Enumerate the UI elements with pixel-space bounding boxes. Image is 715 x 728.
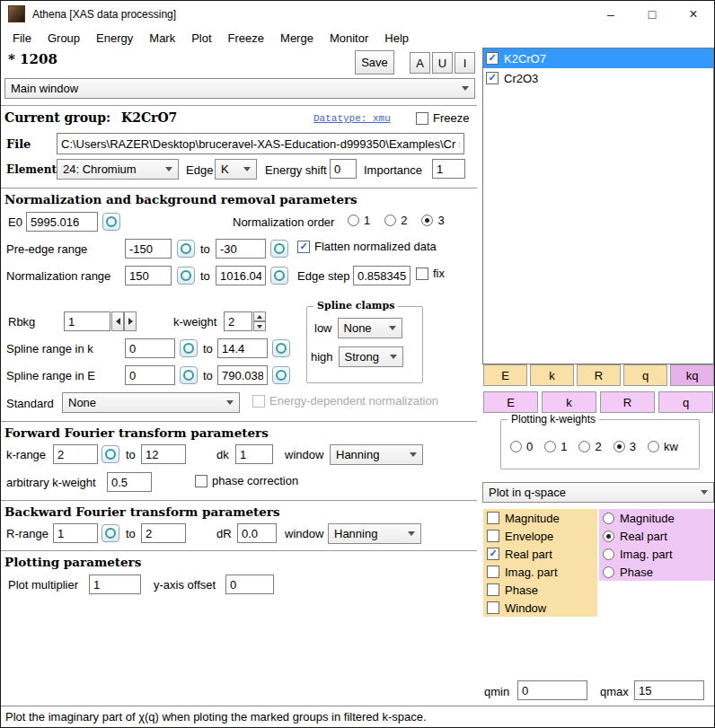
option-phase-radio[interactable]: Phase bbox=[599, 563, 714, 581]
plot-e-marked-button[interactable]: E bbox=[483, 364, 527, 386]
plot-r-current-button[interactable]: R bbox=[600, 391, 655, 413]
plot-k-current-button[interactable]: k bbox=[542, 391, 596, 413]
freeze-checkbox[interactable]: Freeze bbox=[416, 111, 469, 125]
k-range-to-input[interactable] bbox=[141, 444, 186, 464]
plot-k-marked-button[interactable]: k bbox=[530, 364, 574, 386]
spin-right-button[interactable] bbox=[124, 311, 137, 331]
checkbox-checked-icon[interactable] bbox=[486, 52, 499, 65]
group-list-item[interactable]: Cr2O3 bbox=[483, 68, 713, 88]
edge-step-input[interactable] bbox=[353, 266, 410, 285]
qmax-input[interactable] bbox=[634, 680, 704, 700]
plot-r-marked-button[interactable]: R bbox=[577, 364, 621, 386]
minimize-icon[interactable]: – bbox=[590, 1, 631, 27]
plot-kq-marked-button[interactable]: kq bbox=[670, 364, 714, 386]
norm-order-3[interactable]: 3 bbox=[421, 214, 444, 227]
spline-k-from-input[interactable] bbox=[125, 338, 175, 358]
menu-energy[interactable]: Energy bbox=[88, 28, 141, 48]
checkbox-checked-icon[interactable] bbox=[486, 72, 499, 84]
option-magnitude-checkbox[interactable]: Magnitude bbox=[483, 509, 597, 527]
kweight-1[interactable]: 1 bbox=[544, 440, 567, 453]
element-combo[interactable]: 24: Chromium bbox=[57, 159, 179, 180]
spin-down-button[interactable] bbox=[253, 321, 266, 331]
e0-input[interactable] bbox=[26, 212, 98, 232]
spline-k-to-pluck-button[interactable] bbox=[272, 339, 290, 357]
k-range-from-pluck-button[interactable] bbox=[102, 445, 119, 463]
e0-pluck-button[interactable] bbox=[102, 213, 120, 231]
spline-e-from-input[interactable] bbox=[125, 365, 175, 385]
menu-file[interactable]: File bbox=[4, 28, 40, 48]
option-real-part-radio[interactable]: Real part bbox=[599, 527, 714, 545]
invert-marks-button[interactable]: I bbox=[455, 52, 475, 74]
kweight-kw[interactable]: kw bbox=[648, 440, 678, 453]
pre-edge-from-pluck-button[interactable] bbox=[177, 240, 195, 258]
r-range-from-input[interactable] bbox=[53, 523, 98, 543]
qmin-input[interactable] bbox=[517, 680, 587, 700]
kweight-input[interactable] bbox=[224, 311, 252, 331]
clamp-high-combo[interactable]: Strong bbox=[339, 346, 403, 367]
plot-multiplier-input[interactable] bbox=[89, 575, 141, 594]
option-imag-part-checkbox[interactable]: Imag. part bbox=[483, 563, 597, 581]
spline-e-from-pluck-button[interactable] bbox=[180, 366, 198, 384]
dr-input[interactable] bbox=[237, 523, 277, 543]
option-imag-part-radio[interactable]: Imag. part bbox=[599, 545, 714, 563]
datatype-link[interactable]: Datatype: xmu bbox=[313, 113, 391, 124]
kweight-0[interactable]: 0 bbox=[510, 440, 533, 453]
r-range-from-pluck-button[interactable] bbox=[102, 524, 119, 542]
plot-q-marked-button[interactable]: q bbox=[623, 364, 667, 386]
fft-window-combo[interactable]: Hanning bbox=[330, 444, 423, 465]
importance-input[interactable] bbox=[432, 159, 465, 179]
plot-e-current-button[interactable]: E bbox=[483, 391, 538, 413]
plot-q-current-button[interactable]: q bbox=[658, 391, 713, 413]
menu-freeze[interactable]: Freeze bbox=[220, 28, 272, 48]
pre-edge-to-input[interactable] bbox=[216, 239, 266, 259]
group-list-item[interactable]: K2CrO7 bbox=[483, 48, 713, 68]
menu-monitor[interactable]: Monitor bbox=[322, 28, 376, 48]
save-button[interactable]: Save bbox=[355, 50, 394, 75]
norm-range-from-pluck-button[interactable] bbox=[177, 267, 195, 285]
dk-input[interactable] bbox=[235, 444, 273, 464]
option-magnitude-radio[interactable]: Magnitude bbox=[599, 509, 714, 527]
spin-up-button[interactable] bbox=[253, 311, 266, 321]
norm-range-from-input[interactable] bbox=[125, 266, 172, 285]
main-window-combo[interactable]: Main window bbox=[4, 78, 475, 99]
kweight-3[interactable]: 3 bbox=[613, 440, 636, 453]
all-groups-button[interactable]: A bbox=[410, 52, 430, 74]
k-range-from-input[interactable] bbox=[53, 444, 98, 464]
bft-window-combo[interactable]: Hanning bbox=[328, 523, 421, 544]
y-axis-offset-input[interactable] bbox=[225, 575, 274, 594]
kweight-2[interactable]: 2 bbox=[578, 440, 601, 453]
norm-order-1[interactable]: 1 bbox=[348, 214, 370, 227]
menu-mark[interactable]: Mark bbox=[141, 28, 183, 48]
option-envelope-checkbox[interactable]: Envelope bbox=[483, 527, 597, 545]
edge-combo[interactable]: K bbox=[215, 159, 257, 180]
spline-e-to-pluck-button[interactable] bbox=[272, 366, 290, 384]
spin-left-button[interactable] bbox=[111, 311, 124, 331]
r-range-to-input[interactable] bbox=[141, 523, 186, 543]
menu-plot[interactable]: Plot bbox=[183, 28, 219, 48]
option-phase-checkbox[interactable]: Phase bbox=[483, 581, 597, 599]
rbkg-input[interactable] bbox=[64, 311, 110, 331]
unmark-groups-button[interactable]: U bbox=[432, 52, 453, 74]
option-window-checkbox[interactable]: Window bbox=[483, 599, 597, 617]
close-icon[interactable]: × bbox=[673, 1, 714, 27]
menu-group[interactable]: Group bbox=[40, 28, 88, 48]
option-real-part-checkbox[interactable]: Real part bbox=[483, 545, 597, 563]
norm-order-2[interactable]: 2 bbox=[384, 214, 407, 227]
pre-edge-to-pluck-button[interactable] bbox=[270, 240, 288, 258]
arbitrary-kweight-input[interactable] bbox=[107, 472, 152, 492]
menu-merge[interactable]: Merge bbox=[272, 28, 322, 48]
energy-shift-input[interactable] bbox=[330, 159, 357, 179]
spline-e-to-input[interactable] bbox=[217, 365, 268, 385]
norm-range-to-pluck-button[interactable] bbox=[270, 267, 288, 285]
clamp-low-combo[interactable]: None bbox=[338, 318, 402, 338]
plot-space-combo[interactable]: Plot in q-space bbox=[482, 482, 714, 503]
standard-combo[interactable]: None bbox=[62, 392, 240, 413]
spline-k-to-input[interactable] bbox=[217, 338, 268, 358]
file-input[interactable] bbox=[57, 133, 464, 154]
fix-checkbox[interactable]: fix bbox=[416, 267, 445, 280]
menu-help[interactable]: Help bbox=[376, 28, 417, 48]
flatten-checkbox[interactable]: Flatten normalized data bbox=[297, 240, 437, 253]
spline-k-from-pluck-button[interactable] bbox=[180, 339, 198, 357]
maximize-icon[interactable]: □ bbox=[631, 1, 673, 27]
pre-edge-from-input[interactable] bbox=[125, 239, 172, 259]
